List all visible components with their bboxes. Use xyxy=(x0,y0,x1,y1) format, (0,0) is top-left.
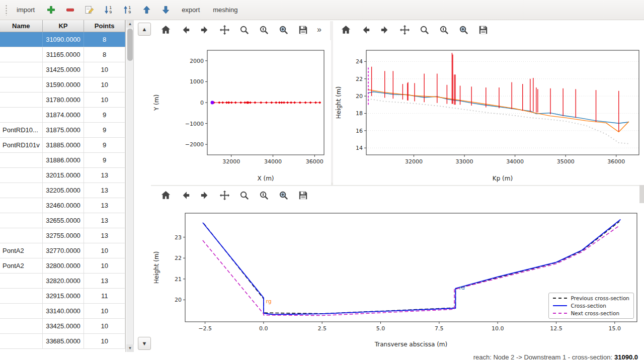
customize-button[interactable] xyxy=(436,22,451,37)
menu-meshing[interactable]: meshing xyxy=(209,4,242,16)
table-row[interactable]: 31780.000010 xyxy=(0,93,125,108)
zoom-rect-button[interactable] xyxy=(276,22,291,37)
cell-points: 10 xyxy=(84,304,125,318)
svg-text:32000: 32000 xyxy=(405,158,423,165)
back-button[interactable] xyxy=(358,22,373,37)
table-row[interactable]: 32015.000013 xyxy=(0,168,125,183)
column-header-name[interactable]: Name xyxy=(0,20,43,32)
column-header-points[interactable]: Points xyxy=(84,20,125,32)
pan-button[interactable] xyxy=(217,188,232,203)
table-body: 31090.0000831165.0000831425.00001031590.… xyxy=(0,32,125,349)
home-button[interactable] xyxy=(158,22,173,37)
save-button[interactable] xyxy=(295,188,310,203)
svg-text:1: 1 xyxy=(128,6,131,10)
sort-ascending-button[interactable]: 19 xyxy=(101,3,115,17)
customize-button[interactable] xyxy=(256,188,271,203)
table-row[interactable]: 32820.000013 xyxy=(0,274,125,289)
svg-text:rd: rd xyxy=(459,285,464,291)
zoom-icon xyxy=(419,24,430,36)
pan-icon xyxy=(399,24,411,36)
svg-text:18: 18 xyxy=(356,110,363,117)
zoom-rect-button[interactable] xyxy=(276,188,291,203)
forward-button[interactable] xyxy=(197,188,212,203)
scrollbar-up-arrow-icon[interactable]: ▲ xyxy=(126,20,134,28)
table-row[interactable]: 31590.000010 xyxy=(0,77,125,93)
table-row[interactable]: PontRD10...31875.00009 xyxy=(0,123,125,138)
section-down-button[interactable]: ▼ xyxy=(138,337,151,350)
pan-button[interactable] xyxy=(397,22,412,37)
customize-icon xyxy=(438,24,450,36)
pan-icon xyxy=(219,190,230,201)
table-row[interactable]: 32755.000013 xyxy=(0,228,125,243)
svg-text:X (m): X (m) xyxy=(257,175,274,182)
plan-view-chart[interactable]: 320003400036000−2000−1000010002000X (m)Y… xyxy=(151,40,331,185)
table-row[interactable]: 33425.000010 xyxy=(0,319,125,334)
cell-kp: 31590.0000 xyxy=(43,77,85,92)
zoom-button[interactable] xyxy=(236,188,252,203)
table-row[interactable]: 31090.00008 xyxy=(0,32,125,47)
cross-section-chart[interactable]: −2.50.02.55.07.510.012.515.020212223rgrd… xyxy=(151,205,644,351)
back-button[interactable] xyxy=(178,188,193,203)
section-up-button[interactable]: ▲ xyxy=(138,23,151,36)
table-row[interactable]: 31874.00009 xyxy=(0,108,125,123)
svg-text:33000: 33000 xyxy=(456,158,473,165)
table-row[interactable]: 33685.000010 xyxy=(0,334,125,349)
table-row[interactable]: 32205.000013 xyxy=(0,183,125,198)
svg-text:20: 20 xyxy=(356,93,363,100)
move-up-button[interactable] xyxy=(139,3,153,17)
cell-kp: 32655.0000 xyxy=(43,213,85,228)
home-button[interactable] xyxy=(158,188,173,203)
cell-name xyxy=(0,77,43,92)
add-section-button[interactable] xyxy=(44,3,58,17)
svg-text:36000: 36000 xyxy=(607,158,625,165)
toolbar-overflow-chevron[interactable]: » xyxy=(315,25,324,34)
svg-text:Y (m): Y (m) xyxy=(153,95,160,111)
back-button[interactable] xyxy=(178,22,193,37)
table-row[interactable]: PontA232800.000010 xyxy=(0,258,125,274)
zoom-button[interactable] xyxy=(236,22,252,37)
toolbar-grip xyxy=(5,5,8,16)
scrollbar-thumb[interactable] xyxy=(127,29,133,61)
customize-button[interactable] xyxy=(256,22,271,37)
forward-button[interactable] xyxy=(377,22,392,37)
svg-text:0: 0 xyxy=(200,100,204,106)
edit-section-button[interactable] xyxy=(82,3,96,17)
cell-points: 10 xyxy=(84,258,125,273)
forward-icon xyxy=(199,190,211,201)
zoom-rect-button[interactable] xyxy=(456,22,471,37)
svg-text:Height (m): Height (m) xyxy=(335,86,342,119)
table-row[interactable]: 31425.000010 xyxy=(0,62,125,77)
home-icon xyxy=(340,24,352,36)
pan-button[interactable] xyxy=(217,22,232,37)
cross-sections-table: Name KP Points 31090.0000831165.00008314… xyxy=(0,20,126,352)
table-row[interactable]: 33140.000010 xyxy=(0,304,125,319)
zoom-button[interactable] xyxy=(417,22,432,37)
right-edge-strip xyxy=(639,185,644,203)
table-row[interactable]: 32915.000011 xyxy=(0,289,125,304)
profile-plot-toolbar xyxy=(338,21,491,38)
menu-export[interactable]: export xyxy=(178,4,204,16)
svg-text:0.0: 0.0 xyxy=(259,325,268,332)
forward-button[interactable] xyxy=(197,22,212,37)
table-row[interactable]: 31886.00009 xyxy=(0,153,125,168)
table-row[interactable]: PontRD101v31885.00009 xyxy=(0,138,125,153)
table-row[interactable]: 32460.000013 xyxy=(0,198,125,213)
sort-descending-button[interactable]: 19 xyxy=(120,3,134,17)
save-button[interactable] xyxy=(295,22,310,37)
remove-section-button[interactable] xyxy=(63,3,77,17)
cell-points: 10 xyxy=(84,77,125,92)
column-header-kp[interactable]: KP xyxy=(43,20,85,32)
move-down-button[interactable] xyxy=(158,3,173,17)
table-scrollbar[interactable]: ▲ ▼ xyxy=(126,20,134,352)
svg-text:35000: 35000 xyxy=(557,158,575,165)
scrollbar-down-arrow-icon[interactable]: ▼ xyxy=(126,344,134,352)
save-button[interactable] xyxy=(475,22,491,37)
table-row[interactable]: 31165.00008 xyxy=(0,47,125,62)
home-button[interactable] xyxy=(338,22,353,37)
menu-import[interactable]: import xyxy=(13,4,39,16)
longitudinal-profile-chart[interactable]: 3200033000340003500036000141618202224Kp … xyxy=(333,40,644,185)
cell-points: 9 xyxy=(84,138,125,152)
table-row[interactable]: 32655.000013 xyxy=(0,213,125,228)
svg-text:9: 9 xyxy=(109,10,112,15)
table-row[interactable]: PontA232770.000010 xyxy=(0,243,125,258)
